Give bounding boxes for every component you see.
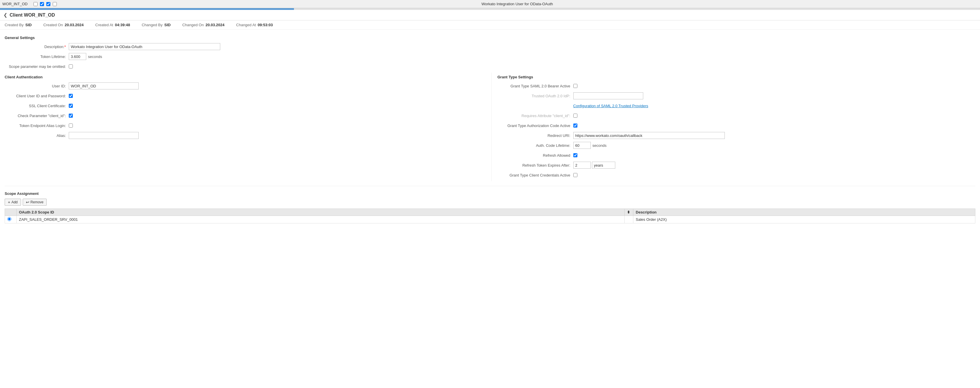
user-id-row: User ID: bbox=[5, 82, 483, 90]
alias-input[interactable] bbox=[69, 132, 138, 139]
description-row: Description:* bbox=[5, 43, 975, 50]
chevron-left-icon[interactable]: ❮ bbox=[3, 12, 7, 18]
redirect-uri-row: Redirect URI: bbox=[498, 132, 976, 139]
scope-omitted-checkbox[interactable] bbox=[69, 64, 73, 68]
meta-changed-at: Changed At 09:53:03 bbox=[236, 23, 273, 27]
alias-label: Alias: bbox=[5, 134, 69, 138]
saml-active-checkbox[interactable] bbox=[573, 84, 578, 88]
page-title: Client WOR_INT_OD bbox=[10, 13, 55, 18]
refresh-expires-input[interactable] bbox=[573, 162, 591, 169]
ssl-cert-checkbox[interactable] bbox=[69, 104, 73, 108]
scope-table-header-row: OAuth 2.0 Scope ID ⬍ Description bbox=[5, 209, 975, 216]
page-header: ❮ Client WOR_INT_OD bbox=[0, 10, 980, 21]
token-alias-checkbox[interactable] bbox=[69, 124, 73, 127]
refresh-allowed-label: Refresh Allowed bbox=[498, 153, 573, 157]
meta-created-on-label: Created On bbox=[43, 23, 63, 27]
auth-code-active-checkbox[interactable] bbox=[573, 124, 578, 127]
meta-created-at-label: Created At bbox=[95, 23, 113, 27]
check-param-row: Check Parameter "client_id": bbox=[5, 112, 483, 119]
token-alias-row: Token Endpoint Alias Login: bbox=[5, 122, 483, 129]
description-input[interactable] bbox=[69, 43, 220, 50]
ssl-cert-label: SSL Client Certificate: bbox=[5, 104, 69, 108]
saml-active-row: Grant Type SAML 2.0 Bearer Active bbox=[498, 82, 976, 90]
remove-button-label: Remove bbox=[30, 200, 44, 204]
token-lifetime-unit: seconds bbox=[88, 54, 102, 59]
user-id-input[interactable] bbox=[69, 83, 138, 89]
scope-row-id: ZAPI_SALES_ORDER_SRV_0001 bbox=[17, 216, 625, 223]
left-col: Client Authentication User ID: Client Us… bbox=[5, 73, 492, 181]
client-cred-row: Grant Type Client Credentials Active bbox=[498, 171, 976, 179]
table-row: ZAPI_SALES_ORDER_SRV_0001Sales Order (A2… bbox=[5, 216, 975, 223]
metadata-row: Created By SID Created On 20.03.2024 Cre… bbox=[0, 21, 980, 30]
ssl-cert-row: SSL Client Certificate: bbox=[5, 102, 483, 110]
redirect-uri-input[interactable] bbox=[573, 132, 725, 139]
sort-icon: ⬍ bbox=[627, 210, 630, 215]
auth-code-active-row: Grant Type Authorization Code Active bbox=[498, 122, 976, 129]
add-icon: + bbox=[8, 200, 10, 205]
redirect-uri-label: Redirect URI: bbox=[498, 134, 573, 138]
scope-row-radio-cell bbox=[5, 216, 17, 223]
right-col: Grant Type Settings Grant Type SAML 2.0 … bbox=[492, 73, 976, 181]
tab-name[interactable]: WOR_INT_OD bbox=[2, 2, 28, 6]
token-lifetime-label: Token Lifetime: bbox=[5, 54, 69, 59]
scope-table-desc-col: Description bbox=[633, 209, 975, 216]
auth-code-lifetime-input[interactable] bbox=[573, 142, 591, 149]
tab-checkbox-4[interactable] bbox=[53, 2, 57, 6]
scope-table: OAuth 2.0 Scope ID ⬍ Description ZAPI_SA… bbox=[5, 208, 975, 223]
remove-icon: ↩ bbox=[26, 200, 29, 205]
scope-row-description: Sales Order (A2X) bbox=[633, 216, 975, 223]
alias-row: Alias: bbox=[5, 132, 483, 139]
top-bar-title: Workato Integration User for OData-OAuth bbox=[57, 2, 978, 6]
config-saml-link[interactable]: Configuration of SAML 2.0 Trusted Provid… bbox=[573, 104, 648, 108]
meta-changed-by: Changed By SID bbox=[142, 23, 170, 27]
meta-changed-on-value: 20.03.2024 bbox=[205, 23, 224, 27]
user-id-label: User ID: bbox=[5, 84, 69, 88]
meta-changed-at-value: 09:53:03 bbox=[258, 23, 273, 27]
refresh-expires-unit-input[interactable] bbox=[592, 162, 615, 169]
requires-attr-row: Requires Attribute "client_id": bbox=[498, 112, 976, 119]
tab-checkbox-2[interactable] bbox=[40, 2, 44, 6]
scope-assignment-section: Scope Assignment + Add ↩ Remove OAuth 2.… bbox=[5, 186, 975, 223]
refresh-expires-label: Refresh Token Expires After: bbox=[498, 163, 573, 167]
client-user-id-checkbox[interactable] bbox=[69, 94, 73, 98]
client-user-id-row: Client User ID and Password: bbox=[5, 92, 483, 100]
general-settings-header: General Settings bbox=[5, 35, 975, 40]
tab-checkbox-1[interactable] bbox=[33, 2, 38, 6]
check-param-label: Check Parameter "client_id": bbox=[5, 114, 69, 118]
client-cred-label: Grant Type Client Credentials Active bbox=[498, 173, 573, 177]
config-link-row: Configuration of SAML 2.0 Trusted Provid… bbox=[498, 102, 976, 110]
trusted-idp-row: Trusted OAuth 2.0 IdP: bbox=[498, 92, 976, 100]
meta-changed-by-value: SID bbox=[164, 23, 171, 27]
refresh-allowed-checkbox[interactable] bbox=[573, 153, 578, 157]
meta-created-on-value: 20.03.2024 bbox=[65, 23, 84, 27]
client-cred-checkbox[interactable] bbox=[573, 173, 578, 177]
check-param-checkbox[interactable] bbox=[69, 114, 73, 118]
tab-checkboxes bbox=[33, 2, 57, 6]
scope-table-select-col bbox=[5, 209, 17, 216]
scope-omitted-row: Scope parameter may be omitted: bbox=[5, 63, 975, 70]
scope-row-radio[interactable] bbox=[7, 217, 11, 221]
trusted-idp-input[interactable] bbox=[573, 92, 643, 99]
refresh-allowed-row: Refresh Allowed bbox=[498, 151, 976, 159]
auth-code-active-label: Grant Type Authorization Code Active bbox=[498, 124, 573, 128]
two-col-layout: Client Authentication User ID: Client Us… bbox=[5, 73, 975, 181]
token-lifetime-row: Token Lifetime: seconds bbox=[5, 53, 975, 60]
token-alias-label: Token Endpoint Alias Login: bbox=[5, 124, 69, 128]
meta-created-by: Created By SID bbox=[5, 23, 32, 27]
meta-created-by-value: SID bbox=[25, 23, 32, 27]
add-button[interactable]: + Add bbox=[5, 199, 21, 206]
meta-created-on: Created On 20.03.2024 bbox=[43, 23, 84, 27]
scope-assignment-header: Scope Assignment bbox=[5, 191, 975, 196]
auth-code-lifetime-unit: seconds bbox=[593, 143, 606, 148]
requires-attr-checkbox[interactable] bbox=[573, 114, 578, 118]
meta-created-at-value: 04:39:48 bbox=[115, 23, 130, 27]
requires-attr-label: Requires Attribute "client_id": bbox=[498, 114, 573, 118]
meta-changed-on-label: Changed On bbox=[182, 23, 204, 27]
auth-code-lifetime-row: Auth. Code Lifetime: seconds bbox=[498, 142, 976, 149]
scope-table-sort-col: ⬍ bbox=[625, 209, 633, 216]
scope-buttons: + Add ↩ Remove bbox=[5, 199, 975, 206]
progress-fill bbox=[0, 8, 294, 10]
token-lifetime-input[interactable] bbox=[69, 53, 86, 60]
tab-checkbox-3[interactable] bbox=[46, 2, 50, 6]
remove-button[interactable]: ↩ Remove bbox=[23, 199, 47, 206]
